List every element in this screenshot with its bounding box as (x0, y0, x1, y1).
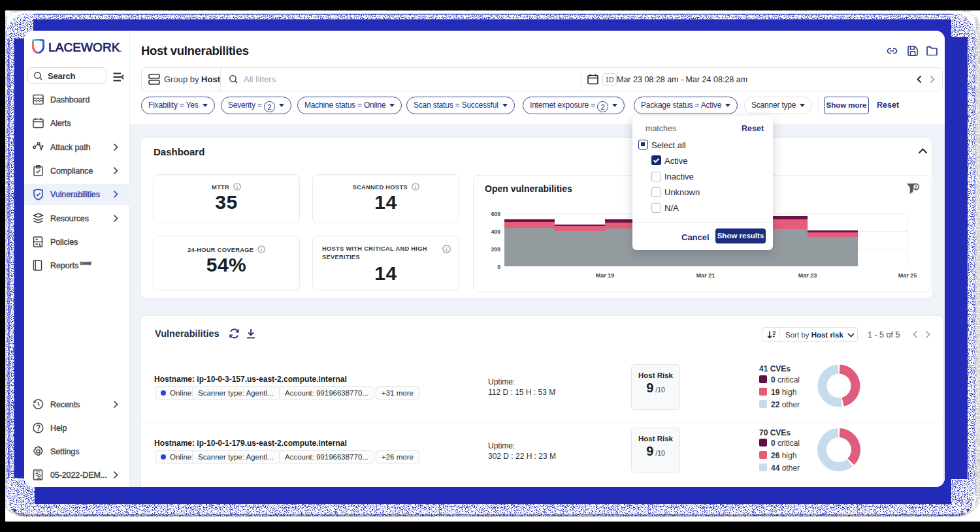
svg-text:Mar 23: Mar 23 (798, 272, 817, 279)
svg-text:Mar 19: Mar 19 (596, 272, 615, 279)
svg-text:Mar 25: Mar 25 (898, 272, 917, 279)
svg-text:200: 200 (491, 246, 500, 253)
svg-text:600: 600 (491, 211, 500, 217)
svg-text:0: 0 (497, 264, 500, 270)
svg-text:400: 400 (491, 228, 500, 235)
svg-text:Mar 21: Mar 21 (696, 272, 715, 279)
